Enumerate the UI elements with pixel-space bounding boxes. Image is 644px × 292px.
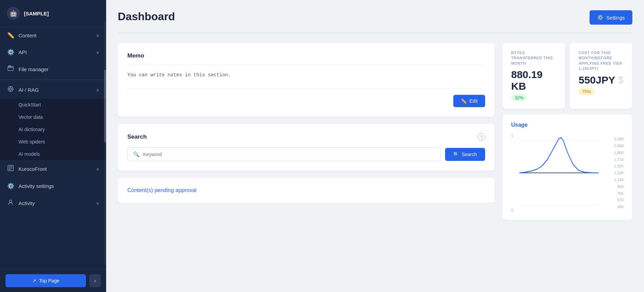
cost-label: COST FOR THIS MONTH(BEFORE APPLYING FREE…	[579, 50, 623, 72]
chevron-down-icon: ∨	[96, 201, 99, 206]
chart-area: 1 0 2,280	[511, 134, 623, 212]
sidebar-scrollbar-track[interactable]	[104, 21, 106, 265]
sidebar-item-label: File manager	[18, 66, 49, 72]
left-column: Memo You can write notes in this section…	[118, 43, 495, 220]
file-manager-icon	[7, 65, 14, 73]
search-input-container: 🔍	[127, 148, 441, 161]
activity-settings-icon: ⚙️	[7, 182, 14, 190]
card-divider	[127, 65, 485, 65]
svg-point-5	[10, 200, 12, 203]
sidebar-sub-item-vector-data[interactable]: Vector data	[0, 111, 106, 123]
ai-rag-icon	[7, 86, 14, 94]
memo-card: Memo You can write notes in this section…	[118, 43, 495, 117]
dollar-icon: $	[618, 75, 623, 86]
sidebar-item-label: API	[18, 49, 27, 55]
pending-title: Content(s) pending approval	[127, 187, 485, 193]
sidebar-sub-item-ai-dictionary[interactable]: AI dictionary	[0, 123, 106, 136]
sidebar-item-activity-settings[interactable]: ⚙️ Activity settings	[0, 178, 106, 194]
search-title: Search	[127, 134, 147, 140]
sidebar-item-label: Content	[18, 33, 37, 38]
bytes-value: 880.19 KB	[511, 69, 556, 92]
api-icon: ⚙️	[7, 49, 14, 56]
usage-title: Usage	[511, 122, 623, 128]
sidebar-item-activity[interactable]: Activity ∨	[0, 194, 106, 212]
search-card: Search ? 🔍 🔍 Search	[118, 124, 495, 171]
header-divider	[118, 33, 632, 33]
activity-icon	[7, 199, 14, 207]
page-header: Dashboard ⚙️ Settings	[118, 10, 632, 25]
dashboard-grid: Memo You can write notes in this section…	[118, 43, 632, 220]
memo-title: Memo	[127, 52, 485, 59]
help-icon[interactable]: ?	[478, 133, 485, 141]
chevron-down-icon: ∨	[96, 167, 99, 172]
search-button-icon: 🔍	[453, 152, 459, 157]
cost-value-row: 550JPY $	[579, 74, 623, 86]
svg-rect-0	[8, 66, 13, 71]
chevron-down-icon: ∨	[96, 50, 99, 55]
search-header: Search ?	[127, 133, 485, 141]
chevron-up-icon: ∧	[96, 88, 99, 92]
sidebar-item-kuroco-front[interactable]: KurocoFront ∨	[0, 160, 106, 178]
bytes-transferred-card: BYTES TRANSFERRED THIS MONTH 880.19 KB 3…	[502, 43, 565, 109]
settings-label: Settings	[606, 15, 625, 21]
bytes-label: BYTES TRANSFERRED THIS MONTH	[511, 50, 556, 66]
pencil-icon: ✏️	[461, 98, 467, 104]
chevron-left-icon: ‹	[94, 278, 96, 283]
top-page-button[interactable]: ↗ Top Page	[5, 274, 86, 287]
chevron-down-icon: ∨	[96, 33, 99, 38]
sidebar: 🤖 [SAMPLE] ✏️ Content ∨ ⚙️ API ∨	[0, 0, 106, 292]
bytes-badge: 32%	[511, 94, 527, 101]
sidebar-title: [SAMPLE]	[24, 11, 49, 16]
right-column: BYTES TRANSFERRED THIS MONTH 880.19 KB 3…	[502, 43, 632, 220]
avatar: 🤖	[7, 7, 20, 20]
stats-row: BYTES TRANSFERRED THIS MONTH 880.19 KB 3…	[502, 43, 632, 109]
sidebar-item-label: Activity	[18, 200, 35, 206]
sidebar-scrollbar-thumb[interactable]	[104, 69, 106, 143]
sidebar-item-label: KurocoFront	[18, 166, 47, 172]
sidebar-item-content[interactable]: ✏️ Content ∨	[0, 27, 106, 44]
sidebar-sub-menu-ai-rag: QuickStart Vector data AI dictionary Web…	[0, 99, 106, 160]
sidebar-item-label: Activity settings	[18, 183, 54, 189]
sidebar-nav: ✏️ Content ∨ ⚙️ API ∨	[0, 27, 106, 292]
sidebar-logo[interactable]: 🤖 [SAMPLE]	[0, 0, 106, 27]
edit-button[interactable]: ✏️ Edit	[453, 95, 485, 107]
settings-button[interactable]: ⚙️ Settings	[590, 10, 632, 25]
main-content: Dashboard ⚙️ Settings Memo You can write…	[106, 0, 644, 292]
cost-card: COST FOR THIS MONTH(BEFORE APPLYING FREE…	[570, 43, 632, 109]
sidebar-sub-item-web-spiders[interactable]: Web spiders	[0, 136, 106, 148]
cost-badge: 75%	[579, 88, 594, 95]
sidebar-item-api[interactable]: ⚙️ API ∨	[0, 44, 106, 61]
search-input[interactable]	[143, 152, 253, 157]
pending-approval-card: Content(s) pending approval	[118, 178, 495, 203]
gear-icon: ⚙️	[597, 14, 604, 21]
svg-point-3	[10, 88, 12, 90]
sidebar-item-file-manager[interactable]: File manager	[0, 61, 106, 78]
sidebar-item-label: AI / RAG	[18, 87, 39, 93]
sidebar-divider	[0, 79, 106, 80]
card-divider-2	[127, 88, 485, 89]
content-icon: ✏️	[7, 32, 14, 39]
usage-chart-card: Usage 1 0	[502, 114, 632, 220]
search-input-wrap: 🔍 🔍 Search	[127, 148, 485, 161]
external-link-icon: ↗	[32, 278, 36, 283]
page-title: Dashboard	[118, 10, 175, 23]
edit-label: Edit	[469, 98, 478, 104]
sidebar-sub-item-quickstart[interactable]: QuickStart	[0, 99, 106, 111]
kuroco-front-icon	[7, 165, 14, 173]
search-button-label: Search	[462, 152, 477, 157]
collapse-button[interactable]: ‹	[89, 274, 101, 287]
usage-chart-svg	[511, 134, 623, 212]
search-icon: 🔍	[133, 151, 140, 157]
search-button[interactable]: 🔍 Search	[445, 148, 485, 161]
cost-value: 550JPY	[579, 74, 615, 86]
sidebar-bottom-bar: ↗ Top Page ‹	[0, 269, 106, 292]
sidebar-sub-item-ai-models[interactable]: AI models	[0, 148, 106, 160]
memo-content: You can write notes in this section.	[127, 71, 485, 79]
top-page-label: Top Page	[39, 278, 59, 283]
sidebar-item-ai-rag[interactable]: AI / RAG ∧	[0, 81, 106, 99]
